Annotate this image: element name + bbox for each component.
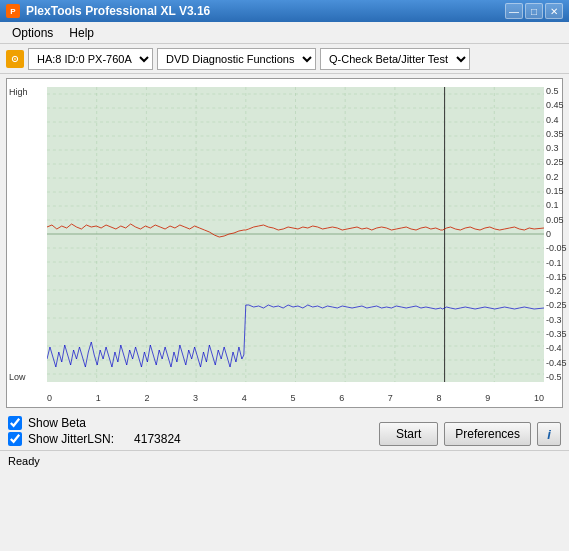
- lsn-value: 4173824: [134, 432, 181, 446]
- chart-high-label: High: [9, 87, 28, 97]
- info-icon: i: [547, 427, 551, 442]
- info-button[interactable]: i: [537, 422, 561, 446]
- chart-low-label: Low: [9, 372, 26, 382]
- x-label-10: 10: [534, 393, 544, 403]
- window-title: PlexTools Professional XL V3.16: [26, 4, 210, 18]
- x-label-7: 7: [388, 393, 393, 403]
- title-controls: — □ ✕: [505, 3, 563, 19]
- test-selector[interactable]: Q-Check Beta/Jitter Test: [320, 48, 470, 70]
- lsn-label: LSN:: [87, 432, 114, 446]
- show-jitter-checkbox[interactable]: [8, 432, 22, 446]
- minimize-button[interactable]: —: [505, 3, 523, 19]
- x-axis: 0 1 2 3 4 5 6 7 8 9 10: [47, 393, 544, 403]
- app-icon: P: [6, 4, 20, 18]
- x-label-3: 3: [193, 393, 198, 403]
- x-label-5: 5: [290, 393, 295, 403]
- x-label-6: 6: [339, 393, 344, 403]
- menu-options[interactable]: Options: [4, 24, 61, 42]
- maximize-button[interactable]: □: [525, 3, 543, 19]
- status-bar: Ready: [0, 450, 569, 470]
- function-selector[interactable]: DVD Diagnostic Functions: [157, 48, 316, 70]
- toolbar: ⊙ HA:8 ID:0 PX-760A DVD Diagnostic Funct…: [0, 44, 569, 74]
- chart-container: High Low 0.5 0.45 0.4 0.35 0.3 0.25 0.2 …: [6, 78, 563, 408]
- x-label-2: 2: [144, 393, 149, 403]
- show-beta-row: Show Beta: [8, 416, 87, 430]
- y-axis-right: 0.5 0.45 0.4 0.35 0.3 0.25 0.2 0.15 0.1 …: [544, 87, 562, 382]
- show-jitter-row: Show Jitter: [8, 432, 87, 446]
- x-label-9: 9: [485, 393, 490, 403]
- lsn-area: LSN: 4173824: [87, 432, 379, 446]
- menu-bar: Options Help: [0, 22, 569, 44]
- x-label-1: 1: [96, 393, 101, 403]
- x-label-8: 8: [437, 393, 442, 403]
- title-bar: P PlexTools Professional XL V3.16 — □ ✕: [0, 0, 569, 22]
- x-label-4: 4: [242, 393, 247, 403]
- show-beta-label: Show Beta: [28, 416, 86, 430]
- start-button[interactable]: Start: [379, 422, 438, 446]
- chart-area: [47, 87, 544, 382]
- menu-help[interactable]: Help: [61, 24, 102, 42]
- drive-icon: ⊙: [6, 50, 24, 68]
- right-buttons: Start Preferences i: [379, 422, 561, 446]
- show-jitter-label: Show Jitter: [28, 432, 87, 446]
- drive-selector[interactable]: HA:8 ID:0 PX-760A: [28, 48, 153, 70]
- title-bar-left: P PlexTools Professional XL V3.16: [6, 4, 210, 18]
- bottom-controls: Show Beta Show Jitter LSN: 4173824 Start…: [0, 412, 569, 450]
- preferences-button[interactable]: Preferences: [444, 422, 531, 446]
- status-text: Ready: [8, 455, 40, 467]
- show-beta-checkbox[interactable]: [8, 416, 22, 430]
- x-label-0: 0: [47, 393, 52, 403]
- close-button[interactable]: ✕: [545, 3, 563, 19]
- checkboxes-area: Show Beta Show Jitter: [8, 416, 87, 446]
